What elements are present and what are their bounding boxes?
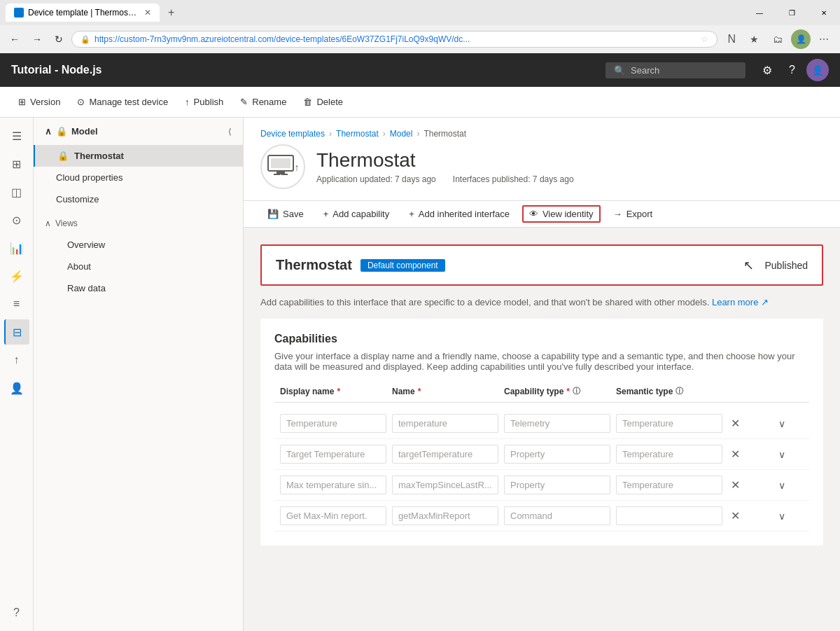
forward-button[interactable]: → <box>28 31 46 48</box>
version-label: Version <box>30 97 60 107</box>
device-templates-nav-button[interactable]: ⊟ <box>4 319 29 345</box>
expand-row-button[interactable]: ∨ <box>776 448 788 462</box>
more-button[interactable]: ⋯ <box>813 29 834 49</box>
address-bar[interactable]: 🔒 https://custom-7rn3ymv9nm.azureiotcent… <box>71 31 718 48</box>
delete-row-button[interactable]: ✕ <box>728 508 743 524</box>
semantic-type-input[interactable] <box>616 445 722 464</box>
minimize-button[interactable]: — <box>743 0 776 25</box>
sidebar-item-raw-data[interactable]: Raw data <box>34 277 243 299</box>
breadcrumb-sep-3: › <box>416 129 419 139</box>
help-nav-button[interactable]: ? <box>4 600 29 625</box>
add-capability-icon: + <box>323 209 329 219</box>
semantic-type-info-icon[interactable]: ⓘ <box>676 386 683 396</box>
updated-text: Application updated: 7 days ago <box>316 174 436 184</box>
name-input[interactable] <box>392 414 498 433</box>
publish-button[interactable]: ↑ Publish <box>178 93 230 111</box>
name-input[interactable] <box>392 445 498 464</box>
analytics-nav-button[interactable]: 📊 <box>4 235 29 261</box>
tab-close-button[interactable]: ✕ <box>144 8 151 18</box>
view-identity-button[interactable]: 👁 View identity <box>522 205 601 223</box>
add-inherited-button[interactable]: + Add inherited interface <box>402 205 517 223</box>
delete-row-button[interactable]: ✕ <box>728 477 743 493</box>
refresh-button[interactable]: ↻ <box>50 31 67 48</box>
capability-type-input[interactable] <box>504 414 610 433</box>
version-button[interactable]: ⊞ Version <box>11 93 67 111</box>
nav-collapse-button[interactable]: ⟨ <box>228 127 232 137</box>
add-inherited-icon: + <box>409 209 414 219</box>
view-identity-label: View identity <box>542 209 594 219</box>
customize-label: Customize <box>56 194 99 204</box>
thermostat-nav-label: Thermostat <box>74 151 124 161</box>
close-button[interactable]: ✕ <box>808 0 840 25</box>
delete-row-button[interactable]: ✕ <box>728 415 743 431</box>
semantic-type-input[interactable] <box>616 414 722 433</box>
back-button[interactable]: ← <box>6 31 24 48</box>
add-capability-button[interactable]: + Add capability <box>316 205 397 223</box>
name-input[interactable] <box>392 476 498 494</box>
jobs-nav-button[interactable]: ≡ <box>4 291 29 317</box>
delete-button[interactable]: 🗑 Delete <box>296 93 350 111</box>
sidebar-item-overview[interactable]: Overview <box>34 234 243 256</box>
publish-icon: ↑ <box>185 97 190 107</box>
restore-button[interactable]: ❐ <box>776 0 808 25</box>
manage-test-device-button[interactable]: ⊙ Manage test device <box>70 93 175 111</box>
cursor-indicator: ↖ <box>743 258 754 273</box>
help-icon[interactable]: ? <box>783 59 801 81</box>
model-section-header[interactable]: ∧ 🔒 Model ⟨ <box>34 118 243 145</box>
bookmark-icon[interactable]: ☆ <box>701 34 708 44</box>
capabilities-title: Capabilities <box>274 333 809 345</box>
display-name-input[interactable] <box>280 476 386 494</box>
settings-icon[interactable]: ⚙ <box>757 59 778 81</box>
sidebar-item-views[interactable]: ∧ Views <box>34 213 243 234</box>
capabilities-section: Capabilities Give your interface a displ… <box>260 319 823 546</box>
data-export-nav-button[interactable]: ↑ <box>4 347 29 373</box>
display-name-input[interactable] <box>280 445 386 464</box>
sidebar-item-cloud-properties[interactable]: Cloud properties <box>34 167 243 188</box>
capability-type-input[interactable] <box>504 476 610 494</box>
profile-icon[interactable]: 👤 <box>791 29 811 49</box>
dashboard-nav-button[interactable]: ⊞ <box>4 151 29 176</box>
expand-row-button[interactable]: ∨ <box>776 417 788 431</box>
hamburger-menu-button[interactable]: ☰ <box>4 123 29 148</box>
favorites-icon[interactable]: ★ <box>744 29 764 49</box>
onenote-icon[interactable]: N <box>722 29 741 49</box>
browser-tab[interactable]: Device template | Thermostat, T... ✕ <box>6 4 160 22</box>
interfaces-text: Interfaces published: 7 days ago <box>453 174 574 184</box>
name-input[interactable] <box>392 506 498 525</box>
save-button[interactable]: 💾 Save <box>260 205 311 223</box>
breadcrumb-thermostat[interactable]: Thermostat <box>336 129 379 139</box>
capability-type-input[interactable] <box>504 445 610 464</box>
breadcrumb-model[interactable]: Model <box>390 129 413 139</box>
cap-type-info-icon[interactable]: ⓘ <box>573 386 580 396</box>
rename-icon: ✎ <box>240 97 248 107</box>
export-button[interactable]: → Export <box>606 205 660 223</box>
display-name-input[interactable] <box>280 414 386 433</box>
rules-nav-button[interactable]: ⚡ <box>4 263 29 289</box>
search-box[interactable]: 🔍 Search <box>606 62 746 78</box>
display-name-input[interactable] <box>280 506 386 525</box>
table-row: ✕ ∨ <box>274 501 809 532</box>
delete-row-button[interactable]: ✕ <box>728 446 743 462</box>
semantic-type-input[interactable] <box>616 476 722 494</box>
device-groups-nav-button[interactable]: ⊙ <box>4 207 29 233</box>
content-header: Device templates › Thermostat › Model › … <box>244 118 840 201</box>
delete-icon: 🗑 <box>303 97 312 107</box>
learn-more-link[interactable]: Learn more ↗ <box>712 297 769 307</box>
sidebar-item-customize[interactable]: Customize <box>34 188 243 210</box>
view-identity-icon: 👁 <box>529 209 538 219</box>
capability-type-input[interactable] <box>504 506 610 525</box>
sidebar-item-about[interactable]: About <box>34 256 243 277</box>
semantic-type-input[interactable] <box>616 506 722 525</box>
breadcrumb-device-templates[interactable]: Device templates <box>260 129 325 139</box>
expand-row-button[interactable]: ∨ <box>776 478 788 492</box>
users-nav-button[interactable]: 👤 <box>4 375 29 401</box>
new-tab-button[interactable]: + <box>162 5 180 20</box>
account-icon[interactable]: 👤 <box>806 59 829 81</box>
page-toolbar: ⊞ Version ⊙ Manage test device ↑ Publish… <box>0 87 840 118</box>
page-title: Thermostat <box>316 149 574 172</box>
expand-row-button[interactable]: ∨ <box>776 509 788 523</box>
rename-button[interactable]: ✎ Rename <box>233 93 293 111</box>
collections-icon[interactable]: 🗂 <box>767 29 788 49</box>
devices-nav-button[interactable]: ◫ <box>4 179 29 204</box>
sidebar-item-thermostat[interactable]: 🔒 Thermostat <box>34 145 243 167</box>
